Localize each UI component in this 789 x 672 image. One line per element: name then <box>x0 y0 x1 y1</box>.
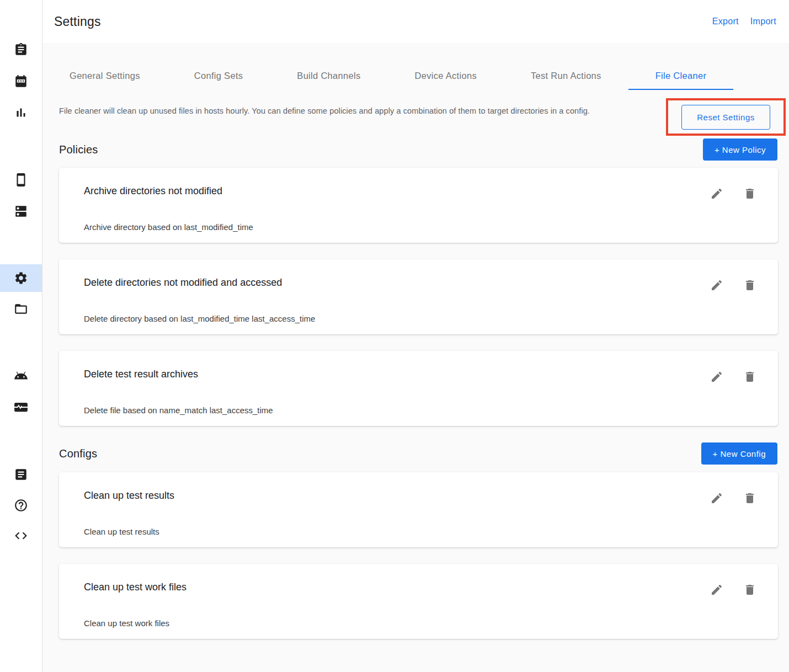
card-title: Clean up test work files <box>84 580 753 594</box>
edit-button[interactable] <box>710 370 723 383</box>
trash-icon <box>743 370 756 383</box>
monitor-pulse-icon <box>14 400 28 414</box>
sidebar-item-help[interactable] <box>0 498 42 513</box>
configs-list: Clean up test results Clean up test resu… <box>42 472 789 672</box>
card: Clean up test results Clean up test resu… <box>59 472 778 547</box>
card-actions <box>710 583 756 596</box>
policies-list: Archive directories not modified Archive… <box>42 168 789 426</box>
sidebar-item-smartphone[interactable] <box>0 173 42 187</box>
pencil-icon <box>710 187 723 200</box>
card-actions <box>710 492 756 505</box>
card-title: Delete test result archives <box>84 367 753 381</box>
trash-icon <box>743 187 756 200</box>
sidebar-item-bar-chart[interactable] <box>0 105 42 120</box>
page-title: Settings <box>54 14 712 29</box>
pencil-icon <box>710 370 723 383</box>
card-title: Clean up test results <box>84 488 753 503</box>
file-cleaner-intro-row: File cleaner will clean up unused files … <box>42 90 789 138</box>
android-icon <box>14 369 28 383</box>
tab-device-actions[interactable]: Device Actions <box>388 63 504 90</box>
card-description: Archive directory based on last_modified… <box>84 221 753 233</box>
card-description: Clean up test work files <box>84 617 753 630</box>
code-icon <box>14 529 28 543</box>
clipboard-icon <box>14 42 28 57</box>
calendar-icon <box>14 74 28 89</box>
edit-button[interactable] <box>710 187 723 200</box>
reset-settings-button[interactable]: Reset Settings <box>681 105 770 130</box>
tab-bar: General SettingsConfig SetsBuild Channel… <box>42 43 789 90</box>
annotation-highlight-box: Reset Settings <box>666 98 786 136</box>
trash-icon <box>743 583 756 596</box>
card-description: Delete file based on name_match last_acc… <box>84 404 753 417</box>
sidebar <box>0 0 42 672</box>
delete-button[interactable] <box>743 187 756 200</box>
sidebar-item-android[interactable] <box>0 369 42 383</box>
trash-icon <box>743 492 756 505</box>
help-icon <box>14 498 28 513</box>
notes-icon <box>14 467 28 482</box>
settings-gear-icon <box>14 271 28 285</box>
card-actions <box>710 279 756 292</box>
card-actions <box>710 370 756 383</box>
file-cleaner-description: File cleaner will clean up unused files … <box>59 106 590 115</box>
tab-general-settings[interactable]: General Settings <box>42 63 167 90</box>
policies-section-header: Policies + New Policy <box>42 138 789 161</box>
sidebar-item-calendar[interactable] <box>0 74 42 89</box>
card-title: Archive directories not modified <box>84 184 753 198</box>
bar-chart-icon <box>14 105 28 120</box>
export-link[interactable]: Export <box>712 17 739 26</box>
edit-button[interactable] <box>710 279 723 292</box>
edit-button[interactable] <box>710 583 723 596</box>
sidebar-item-code[interactable] <box>0 529 42 543</box>
tab-test-run-actions[interactable]: Test Run Actions <box>504 63 628 90</box>
edit-button[interactable] <box>710 492 723 505</box>
sidebar-item-monitor-pulse[interactable] <box>0 400 42 414</box>
tab-config-sets[interactable]: Config Sets <box>167 63 270 90</box>
pencil-icon <box>710 492 723 505</box>
tab-file-cleaner[interactable]: File Cleaner <box>628 63 734 90</box>
card-actions <box>710 187 756 200</box>
tab-build-channels[interactable]: Build Channels <box>270 63 387 90</box>
card-description: Clean up test results <box>84 526 753 538</box>
page-header: Settings Export Import <box>42 0 789 43</box>
policies-heading: Policies <box>59 143 98 156</box>
delete-button[interactable] <box>743 279 756 292</box>
sidebar-item-notes[interactable] <box>0 467 42 482</box>
card: Delete directories not modified and acce… <box>59 259 778 334</box>
smartphone-icon <box>14 173 28 187</box>
sidebar-item-clipboard[interactable] <box>0 42 42 57</box>
dns-icon <box>14 204 28 218</box>
header-links: Export Import <box>712 17 776 26</box>
main-content: Settings Export Import General SettingsC… <box>42 0 789 672</box>
card-description: Delete directory based on last_modified_… <box>84 313 753 325</box>
configs-section-header: Configs + New Config <box>42 442 789 465</box>
import-link[interactable]: Import <box>750 17 776 26</box>
configs-heading: Configs <box>59 447 97 460</box>
delete-button[interactable] <box>743 370 756 383</box>
app-root: Settings Export Import General SettingsC… <box>0 0 789 672</box>
sidebar-item-dns[interactable] <box>0 204 42 218</box>
folder-icon <box>14 302 28 316</box>
card-title: Delete directories not modified and acce… <box>84 275 753 290</box>
delete-button[interactable] <box>743 583 756 596</box>
card: Archive directories not modified Archive… <box>59 168 778 243</box>
card: Delete test result archives Delete file … <box>59 351 778 426</box>
sidebar-item-settings-gear[interactable] <box>0 264 42 292</box>
trash-icon <box>743 279 756 292</box>
new-config-button[interactable]: + New Config <box>701 442 777 465</box>
new-policy-button[interactable]: + New Policy <box>703 138 777 161</box>
pencil-icon <box>710 279 723 292</box>
card: Clean up test work files Clean up test w… <box>59 564 778 639</box>
pencil-icon <box>710 583 723 596</box>
delete-button[interactable] <box>743 492 756 505</box>
sidebar-item-folder[interactable] <box>0 302 42 316</box>
